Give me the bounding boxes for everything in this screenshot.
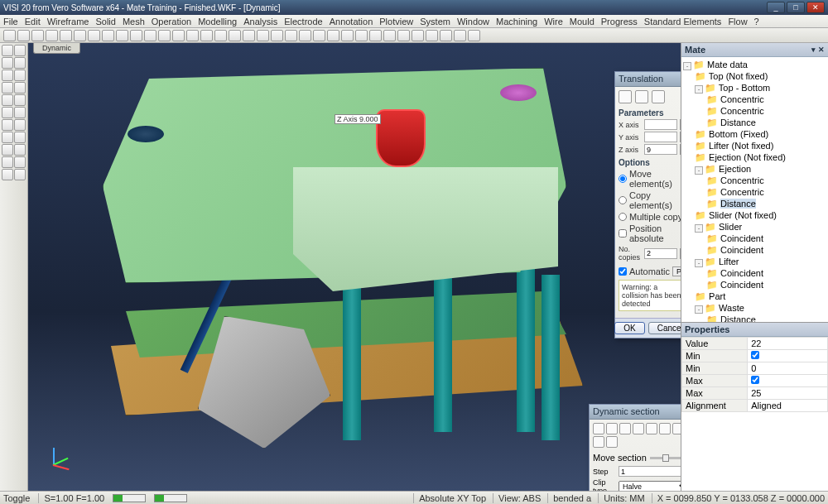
tree-node[interactable]: 📁 Bottom (Fixed) [683,128,826,140]
property-value[interactable]: 0 [748,362,828,375]
array-icon[interactable] [652,90,665,103]
toolbar-button[interactable] [299,30,311,41]
tree-node[interactable]: 📁 Coincident [683,267,826,279]
tool-button[interactable] [2,169,13,180]
tool-button[interactable] [14,156,26,168]
toolbar-button[interactable] [186,30,199,41]
menu-standard-elements[interactable]: Standard Elements [644,17,722,26]
cancel-button[interactable]: Cancel [648,322,681,334]
zaxis-input[interactable] [644,144,677,155]
property-row[interactable]: Min0 [682,362,828,375]
mate-panel-title[interactable]: Mate ▾ ✕ [681,43,828,57]
tool-button[interactable] [14,144,26,156]
property-row[interactable]: Min [682,350,828,362]
tool-button[interactable] [14,107,26,118]
tool-button[interactable] [2,156,13,168]
ok-button[interactable]: OK [614,322,644,334]
tree-node[interactable]: -📁 Lifter [683,256,826,267]
status-view[interactable]: View: ABS [493,493,541,503]
tree-node[interactable]: -📁 Top - Bottom [683,82,826,94]
toolbar-button[interactable] [257,30,269,41]
toolbar-button[interactable] [285,30,297,41]
menu-plotview[interactable]: Plotview [379,17,413,26]
tree-node[interactable]: -📁 Slider [683,221,826,233]
spin-icon[interactable]: ▲ [680,119,681,130]
section-slider[interactable] [650,457,681,459]
tree-node[interactable]: 📁 Coincident [683,279,826,290]
tool-button[interactable] [2,45,13,56]
toolbar-button[interactable] [313,30,325,41]
copies-input[interactable] [644,248,677,259]
dialog-titlebar[interactable]: Dynamic section ✕ [590,405,681,420]
toolbar-button[interactable] [369,30,382,41]
property-value[interactable]: 25 [748,387,828,400]
section-tool-icon[interactable] [659,423,671,434]
toolbar-button[interactable] [74,30,86,41]
tree-node[interactable]: 📁 Lifter (Not fixed) [683,140,826,151]
menu-analysis[interactable]: Analysis [243,17,277,26]
property-row[interactable]: Max [682,375,828,387]
tree-node[interactable]: 📁 Top (Not fixed) [683,70,826,82]
toolbar-button[interactable] [383,30,396,41]
copy-icon[interactable] [635,90,648,103]
spin-icon[interactable]: ▲ [680,248,681,259]
toolbar-button[interactable] [172,30,185,41]
tool-button[interactable] [14,45,26,56]
menu-solid[interactable]: Solid [95,17,115,26]
tree-node[interactable]: 📁 Coincident [683,233,826,244]
menu-operation[interactable]: Operation [152,17,191,26]
step-input[interactable] [619,466,681,477]
status-toggle[interactable]: Toggle [3,493,30,503]
toolbar-button[interactable] [214,30,227,41]
tool-button[interactable] [2,94,13,106]
property-row[interactable]: Max25 [682,387,828,400]
tool-button[interactable] [14,82,26,94]
spin-icon[interactable]: ▲ [680,132,681,142]
mate-tree[interactable]: -📁 Mate data📁 Top (Not fixed)-📁 Top - Bo… [681,57,828,323]
tool-button[interactable] [2,119,13,131]
status-units[interactable]: Units: MM [598,493,645,503]
tool-button[interactable] [14,94,26,106]
panel-controls-icon[interactable]: ▾ ✕ [811,46,825,54]
toolbar-button[interactable] [102,30,114,41]
toolbar-button[interactable] [412,30,424,41]
menu-file[interactable]: File [3,17,18,26]
menu-flow[interactable]: Flow [728,17,747,26]
tree-node[interactable]: -📁 Waste [683,302,826,314]
tree-node[interactable]: 📁 Concentric [683,186,826,198]
section-tool-icon[interactable] [633,423,644,434]
section-tool-icon[interactable] [619,423,631,434]
toolbar-button[interactable] [468,30,480,41]
translate-icon[interactable] [619,90,632,103]
automatic-check[interactable] [619,267,627,276]
toolbar-button[interactable] [144,30,156,41]
tree-node[interactable]: 📁 Slider (Not fixed) [683,209,826,221]
property-value[interactable] [748,350,828,362]
toolbar-button[interactable] [426,30,438,41]
minimize-button[interactable]: _ [767,2,785,13]
toolbar-button[interactable] [116,30,128,41]
close-button[interactable]: ✕ [806,2,825,13]
toolbar-button[interactable] [200,30,213,41]
menu-annotation[interactable]: Annotation [330,17,373,26]
menu-edit[interactable]: Edit [25,17,41,26]
properties-grid[interactable]: Value22MinMin0MaxMax25AlignmentAligned [681,337,828,491]
tree-node[interactable]: 📁 Distance [683,198,826,209]
menu-progress[interactable]: Progress [601,17,638,26]
tool-button[interactable] [14,132,26,143]
multi-radio[interactable] [619,213,627,221]
toolbar-button[interactable] [17,30,30,41]
property-value[interactable]: 22 [748,338,828,350]
menu-system[interactable]: System [420,17,450,26]
cliptype-select[interactable]: Halve [619,481,681,492]
menu-electrode[interactable]: Electrode [284,17,322,26]
tool-button[interactable] [14,70,26,81]
tree-node[interactable]: 📁 Distance [683,117,826,128]
tree-node[interactable]: 📁 Concentric [683,105,826,117]
menu-modelling[interactable]: Modelling [198,17,237,26]
tree-node[interactable]: 📁 Concentric [683,175,826,186]
toolbar-button[interactable] [243,30,255,41]
menu-window[interactable]: Window [457,17,489,26]
maximize-button[interactable]: □ [787,2,805,13]
properties-panel-title[interactable]: Properties [681,323,828,337]
